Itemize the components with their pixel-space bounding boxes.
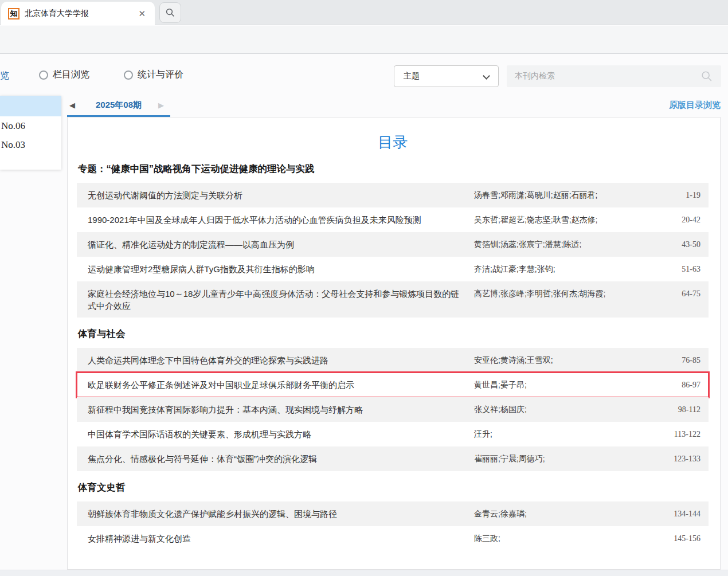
article-pages: 64-75 (617, 288, 700, 300)
close-icon[interactable]: ✕ (136, 7, 148, 20)
article-pages: 76-85 (617, 354, 700, 366)
article-pages: 43-50 (617, 238, 700, 250)
journal-favicon-icon: 知 (8, 8, 19, 19)
search-field-value: 主题 (404, 71, 420, 81)
article-row-highlighted: 欧足联财务公平修正条例述评及对中国职业足球俱乐部财务平衡的启示黄世昌;晏子昂;8… (77, 373, 709, 397)
issue-sidebar: No.06 No.03 (0, 96, 61, 170)
article-authors[interactable]: 吴东哲;瞿超艺;饶志坚;耿雪;赵杰修; (474, 214, 617, 226)
article-row: 焦点分化、情感极化与符号延伸：体育“饭圈”冲突的演化逻辑崔丽丽;宁晨;周德巧;1… (77, 446, 709, 471)
article-authors[interactable]: 汪升; (474, 428, 617, 440)
browser-tab[interactable]: 知 北京体育大学学报 ✕ (1, 2, 155, 25)
radio-column-browse[interactable]: 栏目浏览 (39, 69, 89, 81)
article-authors[interactable]: 黄世昌;晏子昂; (474, 379, 617, 391)
article-row: 循证化、精准化运动处方的制定流程——以高血压为例黄箔钏;汤蕊;张宸宁;潘慧;陈适… (77, 232, 709, 257)
article-title-link[interactable]: 1990-2021年中国及全球成年人归因于低水平体力活动的心血管疾病负担及未来风… (88, 214, 474, 226)
article-pages: 123-133 (617, 453, 700, 465)
radio-circle-icon[interactable] (124, 70, 133, 80)
chevron-down-icon (483, 72, 490, 80)
article-title-link[interactable]: 循证化、精准化运动处方的制定流程——以高血压为例 (88, 238, 474, 250)
browser-tab-strip: 知 北京体育大学学报 ✕ (0, 0, 728, 25)
article-authors[interactable]: 金青云;徐嘉璘; (474, 508, 617, 520)
article-authors[interactable]: 高艺博;张彦峰;李明哲;张何杰;胡海霞; (474, 288, 617, 300)
article-pages: 51-63 (617, 263, 700, 275)
article-pages: 20-42 (617, 214, 700, 226)
article-row: 家庭社会经济地位与10～18岁儿童青少年中高强度身体活动：父母社会支持和参与锻炼… (77, 281, 709, 318)
radio-circle-icon[interactable] (39, 70, 48, 80)
in-journal-search-box[interactable]: 本刊内检索 (507, 65, 721, 87)
article-row: 新征程中我国竞技体育国际影响力提升：基本内涵、现实困境与纾解方略张义祥;杨国庆;… (77, 397, 709, 422)
article-authors[interactable]: 黄箔钏;汤蕊;张宸宁;潘慧;陈适; (474, 238, 617, 250)
section-header: 体育文史哲 (77, 481, 709, 494)
article-authors[interactable]: 陈三政; (474, 532, 617, 544)
prev-issue-icon[interactable]: ◀ (69, 101, 75, 109)
search-icon (165, 7, 175, 18)
radio-label: 统计与评价 (138, 69, 183, 81)
article-row: 女排精神源进与新文化创造陈三政;145-156 (77, 526, 709, 551)
article-pages: 98-112 (617, 403, 700, 416)
article-row: 无创运动代谢阈值的方法测定与关联分析汤春雪;邓雨潇;葛晓川;赵丽;石丽君;1-1… (77, 183, 709, 207)
article-row: 中国体育学术国际话语权的关键要素、形成机理与实践方略汪升;113-122 (77, 422, 709, 446)
article-authors[interactable]: 汤春雪;邓雨潇;葛晓川;赵丽;石丽君; (474, 189, 617, 201)
article-authors[interactable]: 齐洁;战江豪;李慧;张钧; (474, 263, 617, 275)
toc-panel: 目录 专题：“健康中国”战略视角下运动促进健康的理论与实践无创运动代谢阈值的方法… (67, 117, 721, 570)
browser-tab-title: 北京体育大学学报 (25, 9, 131, 19)
tab-current-issue[interactable]: 2025年08期 (84, 100, 153, 111)
article-authors[interactable]: 安亚伦;黄诗涵;王雪双; (474, 354, 617, 366)
article-title-link[interactable]: 无创运动代谢阈值的方法测定与关联分析 (88, 189, 474, 201)
article-pages: 145-156 (617, 532, 700, 544)
article-title-link[interactable]: 家庭社会经济地位与10～18岁儿童青少年中高强度身体活动：父母社会支持和参与锻炼… (88, 288, 474, 312)
article-row: 人类命运共同体理念下中国特色体育外交的理论探索与实践进路安亚伦;黄诗涵;王雪双;… (77, 348, 709, 373)
article-row: 朝鲜族体育非物质文化遗产保护赋能乡村振兴的逻辑、困境与路径金青云;徐嘉璘;134… (77, 501, 709, 526)
site-header-band (0, 26, 728, 54)
article-pages: 134-144 (617, 508, 700, 520)
browse-mode-row: 览 栏目浏览 统计与评价 主题 本刊内检索 (0, 54, 728, 96)
section-header: 专题：“健康中国”战略视角下运动促进健康的理论与实践 (77, 163, 709, 175)
article-title-link[interactable]: 中国体育学术国际话语权的关键要素、形成机理与实践方略 (88, 428, 474, 440)
next-issue-icon[interactable]: ▶ (158, 101, 164, 109)
article-title-link[interactable]: 人类命运共同体理念下中国特色体育外交的理论探索与实践进路 (88, 354, 474, 366)
sidebar-item-selected[interactable] (0, 96, 61, 116)
original-toc-link[interactable]: 原版目录浏览 (669, 100, 721, 111)
article-title-link[interactable]: 运动健康管理对2型糖尿病人群TyG指数及其衍生指标的影响 (88, 263, 474, 275)
issue-tab-bar: ◀ 2025年08期 ▶ 原版目录浏览 (67, 96, 721, 117)
sidebar-item-issue[interactable]: No.06 (0, 116, 61, 135)
search-field-select[interactable]: 主题 (394, 65, 499, 87)
search-icon[interactable] (700, 70, 713, 83)
article-title-link[interactable]: 焦点分化、情感极化与符号延伸：体育“饭圈”冲突的演化逻辑 (88, 453, 474, 465)
page-title: 目录 (77, 132, 709, 152)
article-row: 1990-2021年中国及全球成年人归因于低水平体力活动的心血管疾病负担及未来风… (77, 207, 709, 232)
toc-body: 专题：“健康中国”战略视角下运动促进健康的理论与实践无创运动代谢阈值的方法测定与… (77, 163, 709, 551)
browser-search-button[interactable] (159, 2, 181, 23)
article-row: 运动健康管理对2型糖尿病人群TyG指数及其衍生指标的影响齐洁;战江豪;李慧;张钧… (77, 257, 709, 281)
section-header: 体育与社会 (77, 328, 709, 340)
article-title-link[interactable]: 女排精神源进与新文化创造 (88, 532, 474, 544)
article-pages: 1-19 (617, 189, 700, 201)
article-pages: 113-122 (617, 428, 700, 440)
article-authors[interactable]: 张义祥;杨国庆; (474, 403, 617, 416)
radio-label: 栏目浏览 (53, 69, 89, 81)
article-pages: 86-97 (617, 379, 700, 391)
article-authors[interactable]: 崔丽丽;宁晨;周德巧; (474, 453, 617, 465)
sidebar-item-issue[interactable]: No.03 (0, 135, 61, 154)
radio-stats-evaluation[interactable]: 统计与评价 (124, 69, 183, 81)
browse-mode-selected-partial[interactable]: 览 (0, 70, 9, 82)
page-footer-strip (0, 570, 728, 576)
article-title-link[interactable]: 朝鲜族体育非物质文化遗产保护赋能乡村振兴的逻辑、困境与路径 (88, 508, 474, 520)
search-input[interactable]: 本刊内检索 (515, 71, 700, 81)
article-title-link[interactable]: 欧足联财务公平修正条例述评及对中国职业足球俱乐部财务平衡的启示 (88, 379, 474, 391)
article-title-link[interactable]: 新征程中我国竞技体育国际影响力提升：基本内涵、现实困境与纾解方略 (88, 403, 474, 416)
